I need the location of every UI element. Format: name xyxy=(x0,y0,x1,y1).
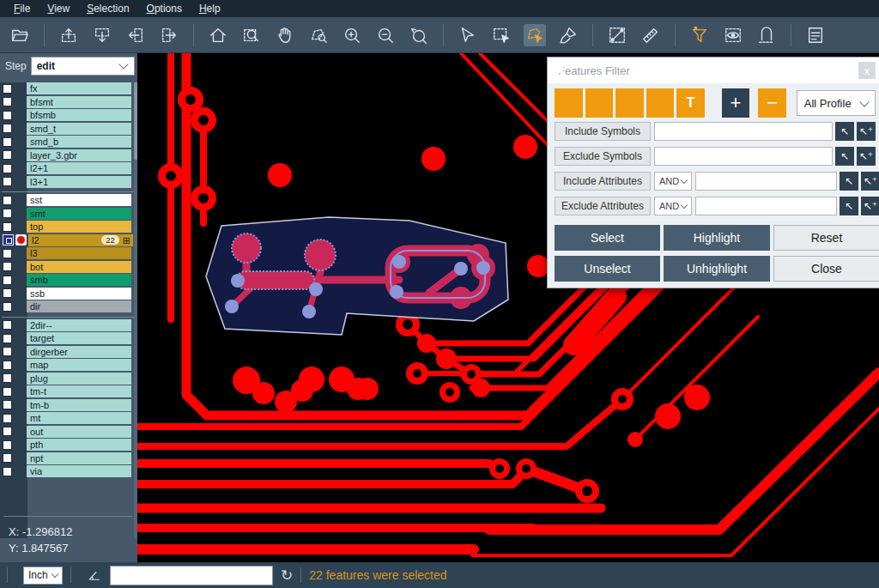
menu-view[interactable]: View xyxy=(39,1,78,16)
menu-options[interactable]: Options xyxy=(138,1,191,16)
layer-row[interactable]: l3+1 xyxy=(0,176,137,188)
layer-visibility-checkbox[interactable] xyxy=(3,288,12,298)
refresh-icon[interactable]: ↻ xyxy=(281,567,293,585)
layer-visibility-checkbox[interactable] xyxy=(3,249,12,258)
layer-row[interactable]: layer_3.gbr xyxy=(0,149,137,161)
layer-visibility-checkbox[interactable] xyxy=(3,467,12,476)
layer-visibility-checkbox[interactable] xyxy=(3,262,12,271)
layer-visibility-checkbox[interactable] xyxy=(3,209,12,218)
layer-visibility-checkbox[interactable] xyxy=(3,302,12,312)
layer-visibility-checkbox[interactable] xyxy=(3,334,12,343)
menu-help[interactable]: Help xyxy=(191,1,229,16)
pick-add-symbol-icon[interactable]: ↖⁺ xyxy=(857,122,876,141)
layer-visibility-checkbox[interactable] xyxy=(3,196,12,205)
profile-select[interactable]: All Profile xyxy=(797,90,876,116)
layer-row[interactable]: pth xyxy=(0,439,137,451)
layer-row[interactable]: plug xyxy=(0,373,137,385)
layer-row[interactable]: 2dir-- xyxy=(0,319,137,331)
layer-visibility-checkbox[interactable] xyxy=(3,137,12,147)
add-filter-icon[interactable]: + xyxy=(722,88,750,118)
layer-visibility-checkbox[interactable] xyxy=(3,387,12,397)
layer-name-bar[interactable]: l2+1 xyxy=(27,162,131,174)
layer-name-bar[interactable]: map xyxy=(27,359,131,371)
pcb-canvas[interactable]: Features Filter x T + − All Profile Incl… xyxy=(137,53,879,562)
layer-visibility-checkbox[interactable] xyxy=(3,427,12,436)
pick-attribute-icon[interactable]: ↖ xyxy=(840,197,858,215)
layer-row[interactable]: l222⊞ xyxy=(0,234,137,246)
open-icon[interactable] xyxy=(9,24,31,46)
remove-filter-icon[interactable]: − xyxy=(758,88,786,118)
layer-row[interactable]: smb xyxy=(0,274,137,286)
reset-button[interactable]: Reset xyxy=(773,225,879,251)
layer-name-bar[interactable]: sst xyxy=(27,194,131,206)
layer-name-bar[interactable]: dir xyxy=(27,300,131,312)
layer-name-bar[interactable]: smt xyxy=(27,208,131,220)
menu-selection[interactable]: Selection xyxy=(78,1,137,16)
layer-visibility-checkbox[interactable] xyxy=(3,177,12,186)
menu-file[interactable]: File xyxy=(5,1,39,16)
zoom-window-icon[interactable] xyxy=(240,24,263,46)
layer-row[interactable]: via xyxy=(0,465,137,477)
select-rectangle-icon[interactable] xyxy=(490,24,512,46)
pick-symbol-icon[interactable]: ↖ xyxy=(835,147,854,166)
layer-visibility-checkbox[interactable] xyxy=(3,111,12,120)
layer-name-bar[interactable]: smd_t xyxy=(27,123,131,135)
zoom-polygon-icon[interactable] xyxy=(307,24,330,46)
layer-name-bar[interactable]: bfsmb xyxy=(27,109,131,121)
layer-visibility-checkbox[interactable] xyxy=(3,373,12,383)
layer-visibility-checkbox[interactable] xyxy=(3,276,12,285)
layer-name-bar[interactable]: smd_b xyxy=(27,136,131,148)
layer-row[interactable]: top xyxy=(0,221,137,233)
step-select[interactable]: edit xyxy=(31,57,135,76)
dialog-title-bar[interactable]: Features Filter x xyxy=(548,58,879,83)
layer-name-bar[interactable]: tm-t xyxy=(27,385,131,397)
layer-name-bar[interactable]: top xyxy=(27,221,131,233)
clear-brush-icon[interactable] xyxy=(557,24,579,46)
layer-name-bar[interactable]: bot xyxy=(27,261,131,273)
layer-row[interactable]: smt xyxy=(0,208,137,220)
layer-row[interactable]: bot xyxy=(0,261,137,273)
include-symbols-input[interactable] xyxy=(654,122,833,141)
snap-icon[interactable] xyxy=(755,24,778,46)
layer-name-bar[interactable]: dirgerber xyxy=(27,346,131,358)
layer-visibility-checkbox[interactable] xyxy=(3,347,12,356)
layer-row[interactable]: out xyxy=(0,426,137,438)
measure-point-icon[interactable] xyxy=(606,24,628,46)
layer-name-bar[interactable]: plug xyxy=(27,373,131,385)
layer-name-bar[interactable]: via xyxy=(27,465,131,477)
layer-name-bar[interactable]: pth xyxy=(27,439,131,451)
pan-right-icon[interactable] xyxy=(158,24,180,46)
layer-name-bar[interactable]: out xyxy=(27,426,131,438)
measure-ruler-icon[interactable] xyxy=(640,24,662,46)
layer-name-bar[interactable]: mt xyxy=(27,412,131,424)
select-icon[interactable] xyxy=(457,24,479,46)
unselect-button[interactable]: Unselect xyxy=(555,256,660,282)
pick-add-attribute-icon[interactable]: ↖⁺ xyxy=(861,172,879,191)
layer-name-bar[interactable]: target xyxy=(27,332,131,344)
layer-name-bar[interactable]: smb xyxy=(27,274,131,286)
layer-row[interactable]: bfsmt xyxy=(0,96,137,108)
pan-hand-icon[interactable] xyxy=(274,24,296,46)
layer-row[interactable]: ssb xyxy=(0,288,137,300)
layer-visibility-checkbox[interactable] xyxy=(3,320,12,330)
layer-visibility-checkbox[interactable] xyxy=(3,97,12,106)
layer-visibility-checkbox[interactable] xyxy=(3,400,12,409)
exclude-attributes-button[interactable]: Exclude Attributes xyxy=(555,197,651,215)
layer-row[interactable]: tm-t xyxy=(0,385,137,397)
exclude-attributes-operator-select[interactable]: AND xyxy=(654,197,692,215)
exclude-symbols-input[interactable] xyxy=(654,147,833,166)
arc-feature-icon[interactable] xyxy=(646,88,675,118)
layer-visibility-checkbox[interactable] xyxy=(3,440,12,450)
exclude-attributes-input[interactable] xyxy=(695,197,837,215)
layer-name-bar[interactable]: bfsmt xyxy=(27,96,131,108)
zoom-out-icon[interactable] xyxy=(374,24,397,46)
include-attributes-operator-select[interactable]: AND xyxy=(654,172,692,191)
angle-measure-icon[interactable] xyxy=(87,567,102,583)
command-input[interactable] xyxy=(110,566,273,585)
layer-row[interactable]: l2+1 xyxy=(0,162,137,174)
exclude-symbols-button[interactable]: Exclude Symbols xyxy=(555,147,651,166)
include-symbols-button[interactable]: Include Symbols xyxy=(555,122,651,141)
pan-up-icon[interactable] xyxy=(58,24,80,46)
layer-visibility-checkbox[interactable] xyxy=(3,414,12,423)
view-options-icon[interactable] xyxy=(722,24,744,46)
